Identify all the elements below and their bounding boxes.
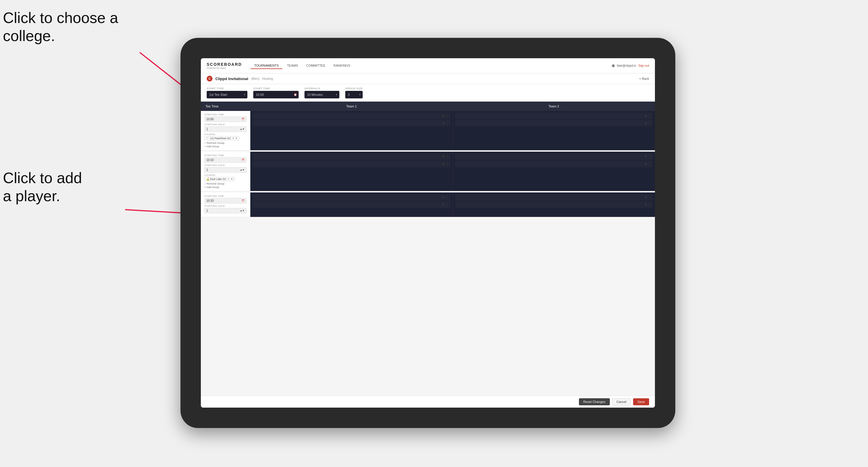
tee-row-2: STARTING TIME: 10:10 ⏰ STARTING HOLE: 1 … [201, 152, 655, 191]
row2-team1-slot1[interactable]: ✕ ⋮ [253, 153, 450, 160]
row3-t1-s1-expand[interactable]: ⋮ [446, 196, 448, 199]
group-size-group: Group Size 3 4 2 ▼ [345, 87, 363, 98]
row3-team2-slot1[interactable]: ✕ ⋮ [455, 194, 653, 200]
row2-team1-slot2[interactable]: ✕ ⋮ [253, 161, 450, 167]
row1-t1-s2-expand[interactable]: ⋮ [446, 122, 448, 125]
col-team2: Team 2 [453, 103, 655, 109]
row1-t1-s2-x[interactable]: ✕ [442, 122, 445, 125]
nav-tournaments[interactable]: TOURNAMENTS [251, 63, 282, 69]
row2-start-time-value[interactable]: 10:10 ⏰ [204, 157, 247, 163]
row3-t2-s2-expand[interactable]: ⋮ [648, 203, 651, 206]
row1-t1-s1-expand[interactable]: ⋮ [446, 115, 448, 117]
nav-committee[interactable]: COMMITTEE [303, 63, 329, 69]
row2-course-remove[interactable]: ✕ [227, 178, 230, 181]
row1-t2-s1-x[interactable]: ✕ [645, 115, 647, 117]
row2-remove-group[interactable]: ○ Remove Group [204, 182, 247, 185]
row3-hole-label: STARTING HOLE: [204, 205, 247, 207]
sub-header: C Clippd Invitational (Men) Hosting < Ba… [201, 73, 655, 84]
nav-rankings[interactable]: RANKINGS [330, 63, 354, 69]
row2-t2-s2-expand[interactable]: ⋮ [648, 162, 651, 165]
row2-add-group[interactable]: + Add Group [204, 186, 247, 189]
start-time-wrap: ⏰ [253, 91, 299, 98]
row1-course-expand[interactable]: ▼ [235, 137, 238, 140]
user-avatar-dot [612, 64, 615, 67]
row3-t2-s2-x[interactable]: ✕ [645, 203, 647, 206]
row2-t1-s2-expand[interactable]: ⋮ [446, 162, 448, 165]
tee-row-2-inner: STARTING TIME: 10:10 ⏰ STARTING HOLE: 1 … [201, 152, 655, 191]
row3-t1-s2-x[interactable]: ✕ [442, 203, 445, 206]
reset-changes-button[interactable]: Reset Changes [579, 398, 610, 405]
row2-t1-s1-x[interactable]: ✕ [442, 155, 445, 158]
row2-course-tag[interactable]: ⛳ East Lake GC ✕ ▼ [204, 177, 235, 181]
row2-team2-slot2[interactable]: ✕ ⋮ [455, 161, 653, 167]
row2-t1-s2-x[interactable]: ✕ [442, 162, 445, 165]
row3-t1-s2-expand[interactable]: ⋮ [446, 203, 448, 206]
row3-team1-slot2[interactable]: ✕ ⋮ [253, 201, 450, 208]
intervals-select[interactable]: 10 Minutes 8 Minutes 12 Minutes [305, 91, 339, 98]
footer: Reset Changes Cancel Save [201, 396, 655, 408]
row1-add-group[interactable]: + Add Group [204, 145, 247, 148]
row1-t1-s1-x[interactable]: ✕ [442, 115, 445, 117]
cancel-button[interactable]: Cancel [612, 398, 631, 405]
row2-start-time-label: STARTING TIME: [204, 154, 247, 157]
row1-course-remove[interactable]: ✕ [232, 137, 234, 140]
row1-team2-slot2[interactable]: ✕ ⋮ [455, 120, 653, 126]
row3-hole-arrow: ▲▼ [240, 209, 245, 212]
back-button[interactable]: < Back [639, 77, 649, 80]
row3-hole-value[interactable]: 1 ▲▼ [204, 208, 247, 213]
row1-hole-value[interactable]: 1 ▲▼ [204, 126, 247, 132]
annotation-player: Click to add a player. [3, 169, 82, 205]
row1-team2-slot1[interactable]: ✕ ⋮ [455, 113, 653, 119]
row2-t2-s2-x[interactable]: ✕ [645, 162, 647, 165]
intervals-label: Intervals [305, 87, 339, 90]
row2-t1-s1-expand[interactable]: ⋮ [446, 155, 448, 158]
row3-team1-slot1[interactable]: ✕ ⋮ [253, 194, 450, 200]
main-content[interactable]: STARTING TIME: 10:00 ⏰ STARTING HOLE: 1 … [201, 111, 655, 396]
row3-team2: ✕ ⋮ ✕ ⋮ [453, 192, 655, 217]
row1-course-tag[interactable]: 🏳️ (A) Peachtree GC ✕ ▼ [204, 136, 239, 140]
row1-team1: ✕ ⋮ ✕ ⋮ [250, 111, 453, 150]
start-time-input[interactable] [253, 91, 299, 98]
row1-course-row: 🏳️ (A) Peachtree GC ✕ ▼ [204, 136, 247, 140]
row2-hole-arrow: ▲▼ [240, 168, 245, 171]
row2-team2: ✕ ⋮ ✕ ⋮ [453, 152, 655, 191]
save-button[interactable]: Save [633, 398, 649, 405]
row3-start-time-value[interactable]: 10:20 ⏰ [204, 198, 247, 204]
group-size-select[interactable]: 3 4 2 [345, 91, 363, 98]
group-size-select-wrap: 3 4 2 ▼ [345, 91, 363, 98]
row2-t2-s1-expand[interactable]: ⋮ [648, 155, 651, 158]
row1-start-time-value[interactable]: 10:00 ⏰ [204, 117, 247, 122]
row2-team2-slot1[interactable]: ✕ ⋮ [455, 153, 653, 160]
sign-out-link[interactable]: Sign out [638, 64, 649, 67]
start-type-select-wrap: 1st Tee Start Shotgun Start ▼ [207, 91, 247, 98]
start-type-select[interactable]: 1st Tee Start Shotgun Start [207, 91, 247, 98]
row1-course-label: COURSE: [204, 133, 247, 136]
row2-hole-value[interactable]: 1 ▲▼ [204, 167, 247, 173]
row2-course-row: ⛳ East Lake GC ✕ ▼ [204, 177, 247, 181]
row3-start-time-label: STARTING TIME: [204, 195, 247, 197]
row2-t2-s1-x[interactable]: ✕ [645, 155, 647, 158]
row1-actions: ○ Remove Group + Add Group [204, 142, 247, 148]
col-tee-time: Tee Time [201, 103, 250, 109]
row1-t2-s2-x[interactable]: ✕ [645, 122, 647, 125]
row1-team1-slot1[interactable]: ✕ ⋮ [253, 113, 450, 119]
row3-t1-s1-x[interactable]: ✕ [442, 196, 445, 199]
tee-row-1: STARTING TIME: 10:00 ⏰ STARTING HOLE: 1 … [201, 111, 655, 151]
row3-t2-s1-expand[interactable]: ⋮ [648, 196, 651, 199]
nav-teams[interactable]: TEAMS [283, 63, 302, 69]
row3-t2-s1-x[interactable]: ✕ [645, 196, 647, 199]
col-team1: Team 1 [250, 103, 453, 109]
settings-form: Start Type 1st Tee Start Shotgun Start ▼… [201, 84, 655, 102]
row1-t2-s1-expand[interactable]: ⋮ [648, 115, 651, 117]
row1-t2-s2-expand[interactable]: ⋮ [648, 122, 651, 125]
app-title: SCOREBOARD [207, 62, 242, 67]
row2-course-name: East Lake GC [210, 178, 226, 181]
tee-row-2-left: STARTING TIME: 10:10 ⏰ STARTING HOLE: 1 … [201, 152, 250, 191]
row1-remove-group[interactable]: ○ Remove Group [204, 142, 247, 145]
row2-course-expand[interactable]: ▼ [230, 178, 233, 181]
intervals-group: Intervals 10 Minutes 8 Minutes 12 Minute… [305, 87, 339, 98]
start-type-label: Start Type [207, 87, 247, 90]
tee-row-3-left: STARTING TIME: 10:20 ⏰ STARTING HOLE: 1 … [201, 192, 250, 217]
row3-team2-slot2[interactable]: ✕ ⋮ [455, 201, 653, 208]
row1-team1-slot2[interactable]: ✕ ⋮ [253, 120, 450, 126]
